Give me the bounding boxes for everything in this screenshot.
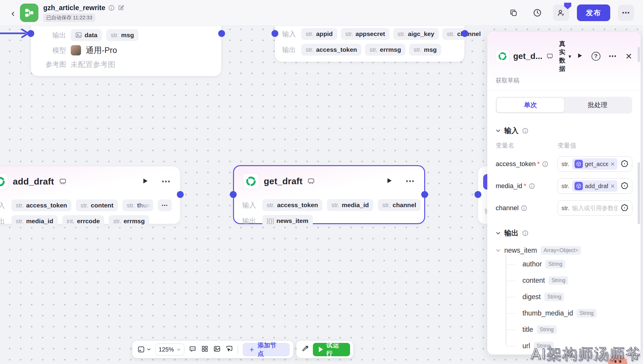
param-chip-truncated[interactable]: str.thumb_me [122,199,153,211]
minimap-toggle[interactable] [137,346,151,353]
output-tree-root[interactable]: news_item Array<Object> [496,246,632,255]
param-chip[interactable]: int.errcode [62,215,104,227]
reference-selector-icon[interactable] [620,204,629,213]
history-button[interactable] [529,5,545,21]
panel-run-button[interactable] [576,52,583,60]
reference-chip[interactable]: get_access_t... - ✕ [572,158,617,170]
collaboration-button[interactable] [553,5,569,21]
param-chip[interactable]: str.channel [378,199,421,211]
param-chip[interactable]: str.msg [409,44,441,56]
remove-reference-icon[interactable]: ✕ [610,161,615,168]
param-chip[interactable]: str.aigc_key [393,28,439,40]
panel-more-button[interactable]: ⋯ [609,52,617,61]
divider [238,345,238,354]
port-next-node-in[interactable] [475,191,481,198]
plugin-node-icon [496,49,509,63]
panel-scrollbar[interactable] [638,162,640,224]
reference-selector-icon[interactable] [620,182,629,190]
chevron-down-icon[interactable] [496,128,501,133]
export-image-button[interactable] [213,345,221,354]
select-mode-button[interactable] [225,345,233,354]
value-field[interactable]: str. get_access_t... - ✕ [558,156,632,172]
zoom-select[interactable]: 125% [155,343,184,356]
value-field[interactable]: str. add_draft - me... ✕ [558,178,632,194]
close-icon[interactable]: ✕ [625,51,632,61]
param-overflow-button[interactable]: ⋯ [158,199,172,211]
add-node-button[interactable]: + 添加节点 [243,343,290,356]
port-token-in[interactable] [271,30,278,37]
chevron-down-icon [177,347,181,352]
variable-cube-icon [575,182,583,190]
reference-selector-icon[interactable] [620,160,629,168]
tab-single[interactable]: 单次 [497,98,564,112]
caret-down-icon: ▼ [568,54,572,59]
node-more-button[interactable]: ⋯ [161,179,171,185]
test-run-button[interactable]: 试运行 [313,343,350,356]
port-llm-in[interactable] [27,30,34,37]
input-row-media-id: media_id* str. add_draft - me... ✕ [496,178,632,194]
node-more-button[interactable]: ⋯ [405,178,415,184]
node-get-draft[interactable]: get_draft ⋯ 输入 str.access_token str.medi… [233,165,425,224]
chevron-down-icon [147,347,151,351]
data-mode-dropdown[interactable]: 真实数据▼ [559,40,572,73]
param-chip[interactable]: str.errmsg [109,215,149,227]
value-field[interactable]: str. [558,200,632,216]
param-chip[interactable]: str.media_id [11,215,58,227]
row-label: 输入 [282,29,298,39]
remove-reference-icon[interactable]: ✕ [610,183,615,190]
param-chip-msg[interactable]: str. msg [106,29,138,41]
model-name: 通用-Pro [86,45,117,56]
reference-chip[interactable]: add_draft - me... ✕ [572,180,617,192]
row-label: 输出 [0,217,7,226]
port-llm-out[interactable] [218,30,225,37]
param-chip[interactable]: str.appid [301,28,337,40]
duplicate-button[interactable] [505,5,522,21]
info-icon [529,183,535,189]
channel-input[interactable] [572,205,617,212]
panel-node-title: get_d... [513,51,542,61]
row-label: 输出 [242,216,258,226]
edit-icon[interactable] [118,4,124,11]
tab-batch[interactable]: 批处理 [564,98,631,112]
param-chip-data[interactable]: data [71,29,102,41]
publish-button[interactable]: 发布 [577,4,610,21]
comment-button[interactable] [189,345,196,354]
help-icon[interactable]: ? [592,52,600,61]
param-chip-object[interactable]: [{}]news_item [262,215,313,227]
param-chip[interactable]: str.access_token [11,199,71,211]
chevron-down-icon[interactable] [496,248,501,253]
param-chip[interactable]: str.access_token [262,199,322,211]
port-add-draft-out[interactable] [177,191,184,198]
param-chip[interactable]: str.media_id [327,199,373,211]
panel-header: get_d... 真实数据▼ ? ⋯ ✕ 获取草稿 [487,32,641,91]
port-token-out[interactable] [461,30,468,37]
node-add-draft[interactable]: add_draft ⋯ 输入 str.access_token str.cont… [0,166,180,224]
param-chip[interactable]: str.appsecret [341,28,390,40]
info-icon[interactable] [108,5,115,11]
row-label: 输入 [0,201,7,210]
port-get-draft-in[interactable] [230,191,237,198]
chevron-down-icon[interactable] [496,231,501,236]
row-label: 输出 [39,31,66,40]
param-chip[interactable]: str.access_token [301,44,361,56]
ref-image-value: 未配置参考图 [71,60,115,69]
header-more-button[interactable]: ⋯ [618,5,634,21]
port-get-draft-out[interactable] [421,191,428,198]
tree-row: contentString [506,272,632,289]
panel-scrollbar[interactable] [638,47,640,62]
type-badge: String [544,293,564,301]
node-title: add_draft [13,176,54,187]
node-title: get_draft [264,176,302,186]
node-run-button[interactable] [385,177,393,186]
node-config-panel: get_d... 真实数据▼ ? ⋯ ✕ 获取草稿 单次 批处理 [487,32,641,354]
image-icon [75,32,82,39]
input-row-channel: channel str. [496,200,632,216]
app-header: ‹ gzh_article_rewrite 已自动保存 11:22:33 [0,0,643,26]
param-chip[interactable]: str.content [76,199,118,211]
back-button[interactable]: ‹ [11,8,15,18]
run-config-button[interactable] [301,345,309,354]
layout-button[interactable] [201,345,209,354]
node-run-button[interactable] [141,177,149,186]
row-label: 输出 [282,45,298,54]
param-chip[interactable]: str.errmsg [365,44,405,56]
